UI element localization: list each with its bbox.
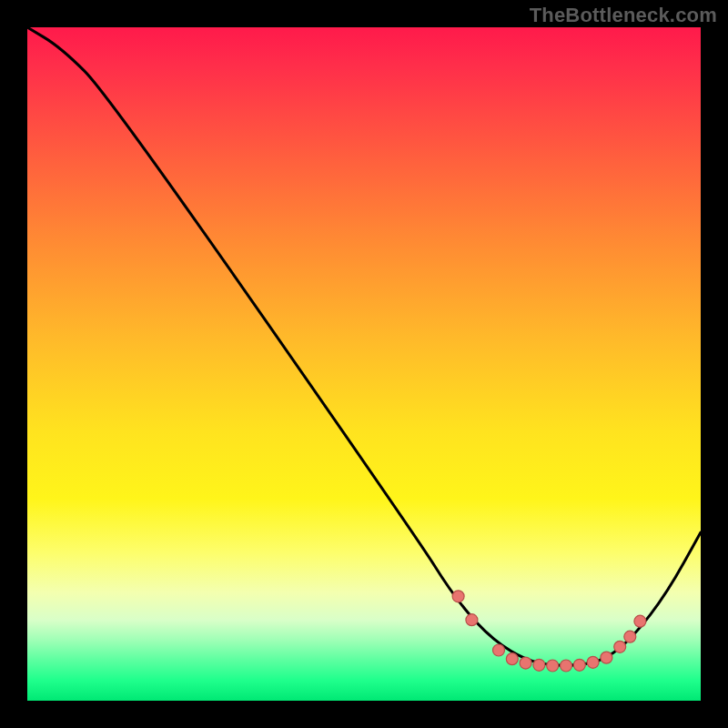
data-marker [634, 615, 646, 627]
data-marker [561, 660, 572, 672]
data-marker [547, 660, 559, 672]
chart-svg [27, 27, 701, 701]
data-marker [506, 653, 518, 665]
data-marker [466, 614, 478, 626]
watermark-text: TheBottleneck.com [530, 4, 717, 27]
data-marker [601, 652, 612, 663]
data-marker [493, 644, 505, 656]
data-marker [614, 641, 626, 652]
data-marker [587, 656, 599, 668]
markers-group [452, 591, 646, 672]
data-marker [573, 659, 585, 671]
data-marker [624, 631, 636, 642]
data-marker [533, 659, 545, 671]
plot-area [27, 27, 701, 701]
curve-line [27, 27, 701, 665]
data-marker [452, 591, 464, 602]
data-marker [520, 657, 531, 669]
chart-frame: TheBottleneck.com [0, 0, 728, 728]
